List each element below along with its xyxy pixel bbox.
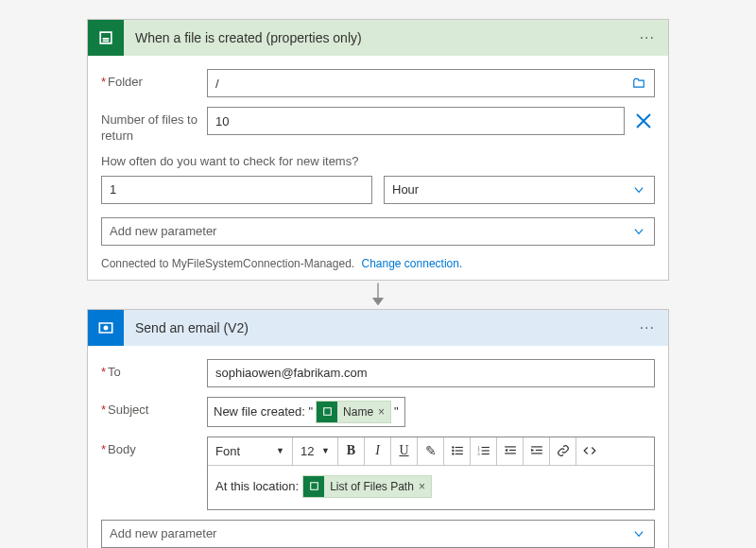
svg-rect-8 <box>481 451 489 452</box>
svg-rect-13 <box>505 447 516 448</box>
svg-rect-9 <box>481 454 489 454</box>
font-size-select[interactable]: 12▼ <box>293 437 338 465</box>
flow-arrow <box>369 281 387 309</box>
svg-rect-16 <box>531 447 542 448</box>
action-add-parameter-select[interactable]: Add new parameter <box>101 520 655 548</box>
trigger-change-connection-link[interactable]: Change connection. <box>361 257 462 270</box>
subject-label: *Subject <box>101 397 207 419</box>
svg-rect-18 <box>531 454 542 454</box>
text-color-button[interactable]: ✎ <box>418 437 444 465</box>
subject-input[interactable]: New file created: " Name × " <box>207 397 405 427</box>
numbered-list-button[interactable]: 123 <box>471 437 497 465</box>
to-label: *To <box>101 359 207 381</box>
svg-rect-14 <box>508 450 515 451</box>
trigger-card: When a file is created (properties only)… <box>87 19 669 281</box>
action-header[interactable]: Send an email (V2) ··· <box>88 310 668 346</box>
svg-text:3: 3 <box>477 452 479 456</box>
svg-point-3 <box>452 450 454 452</box>
numfiles-input[interactable]: 10 <box>207 107 625 135</box>
bullet-list-button[interactable] <box>444 437 471 465</box>
link-button[interactable] <box>550 437 576 465</box>
folder-input[interactable]: / <box>207 69 655 97</box>
underline-button[interactable]: U <box>391 437 418 465</box>
folder-label: *Folder <box>101 69 207 91</box>
code-view-button[interactable] <box>576 437 603 465</box>
svg-rect-4 <box>455 451 462 452</box>
outlook-icon <box>88 310 124 346</box>
font-family-select[interactable]: Font▼ <box>208 437 293 465</box>
svg-rect-17 <box>535 450 541 451</box>
recurrence-question: How often do you want to check for new i… <box>101 154 655 168</box>
token-name[interactable]: Name × <box>316 401 391 423</box>
trigger-connection-status: Connected to MyFileSystemConnection-Mana… <box>101 257 655 270</box>
file-system-icon <box>88 20 124 56</box>
body-input[interactable]: At this location: List of Files Path × <box>208 466 654 509</box>
svg-rect-15 <box>505 454 516 454</box>
svg-rect-2 <box>455 447 462 448</box>
numfiles-label: Number of files to return <box>101 107 207 145</box>
frequency-select[interactable]: Hour <box>384 176 655 204</box>
action-card: Send an email (V2) ··· *To sophiaowen@fa… <box>87 309 669 548</box>
trigger-add-parameter-select[interactable]: Add new parameter <box>101 217 655 246</box>
svg-rect-7 <box>481 447 489 448</box>
outdent-button[interactable] <box>497 437 524 465</box>
svg-rect-6 <box>455 454 462 454</box>
svg-point-1 <box>452 447 454 449</box>
body-label: *Body <box>101 437 207 458</box>
trigger-title: When a file is created (properties only) <box>124 30 636 45</box>
file-system-icon <box>303 476 324 497</box>
folder-picker-icon[interactable] <box>631 76 646 91</box>
interval-input[interactable]: 1 <box>101 176 372 204</box>
action-title: Send an email (V2) <box>124 320 636 335</box>
file-system-icon <box>317 402 337 422</box>
chevron-down-icon <box>631 182 646 197</box>
indent-button[interactable] <box>524 437 550 465</box>
rich-text-toolbar: Font▼ 12▼ B I U ✎ 123 <box>208 437 654 466</box>
bold-button[interactable]: B <box>338 437 365 465</box>
to-input[interactable]: sophiaowen@fabrikam.com <box>207 359 655 387</box>
chevron-down-icon <box>631 526 646 541</box>
token-list-of-files-path[interactable]: List of Files Path × <box>302 475 432 498</box>
trigger-header[interactable]: When a file is created (properties only)… <box>88 20 668 56</box>
italic-button[interactable]: I <box>365 437 391 465</box>
token-remove-icon[interactable]: × <box>419 480 425 493</box>
chevron-down-icon <box>631 224 646 239</box>
trigger-menu-button[interactable]: ··· <box>636 26 659 50</box>
action-menu-button[interactable]: ··· <box>636 316 659 340</box>
numfiles-clear-button[interactable] <box>632 107 655 135</box>
token-remove-icon[interactable]: × <box>378 405 385 419</box>
svg-point-5 <box>452 454 454 455</box>
